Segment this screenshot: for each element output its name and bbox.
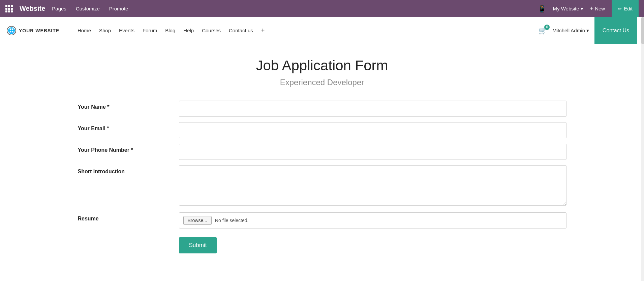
nav-home[interactable]: Home — [78, 28, 91, 33]
scroll-thumb[interactable] — [641, 17, 644, 44]
form-row-name: Your Name * — [78, 101, 566, 117]
browse-button[interactable]: Browse... — [183, 216, 212, 225]
edit-button[interactable]: Edit — [612, 0, 639, 17]
form-title: Job Application Form — [59, 58, 585, 74]
form-row-intro: Short Introduction — [78, 165, 566, 207]
input-email[interactable] — [179, 122, 566, 138]
admin-bar-nav: Pages Customize Promote — [52, 6, 128, 11]
site-nav-right: 🛒 0 Mitchell Admin ▾ Contact Us — [539, 17, 637, 44]
admin-name-dropdown[interactable]: Mitchell Admin ▾ — [552, 28, 589, 34]
form-row-resume: Resume Browse... No file selected. — [78, 212, 566, 229]
label-intro: Short Introduction — [78, 165, 179, 175]
cart-icon[interactable]: 🛒 0 — [539, 27, 547, 35]
nav-courses[interactable]: Courses — [202, 28, 221, 33]
nav-contact-us[interactable]: Contact us — [229, 28, 253, 33]
my-website-label: My Website — [553, 6, 579, 11]
main-content: Job Application Form Experienced Develop… — [53, 44, 592, 274]
logo-text: YOUR WEBSITE — [19, 28, 59, 33]
form-row-email: Your Email * — [78, 122, 566, 138]
input-wrap-phone — [179, 144, 566, 160]
nav-forum[interactable]: Forum — [143, 28, 157, 33]
file-input-wrap: Browse... No file selected. — [179, 212, 566, 229]
label-email: Your Email * — [78, 122, 179, 132]
globe-icon: 🌐 — [7, 26, 16, 35]
chevron-down-icon: ▾ — [581, 6, 583, 12]
nav-shop[interactable]: Shop — [99, 28, 111, 33]
admin-chevron-icon: ▾ — [586, 28, 589, 34]
label-name: Your Name * — [78, 101, 179, 110]
admin-bar-title: Website — [20, 5, 45, 12]
mobile-icon[interactable]: 📱 — [538, 5, 546, 13]
input-name[interactable] — [179, 101, 566, 117]
form-subtitle: Experienced Developer — [59, 78, 585, 87]
grid-icon[interactable] — [5, 5, 13, 12]
admin-nav-promote[interactable]: Promote — [109, 6, 128, 11]
input-wrap-name — [179, 101, 566, 117]
nav-blog[interactable]: Blog — [165, 28, 175, 33]
nav-events[interactable]: Events — [119, 28, 134, 33]
input-phone[interactable] — [179, 144, 566, 160]
input-intro[interactable] — [179, 165, 566, 206]
admin-name-label: Mitchell Admin — [552, 28, 585, 33]
admin-nav-pages[interactable]: Pages — [52, 6, 66, 11]
new-button[interactable]: New — [590, 5, 605, 12]
scrollbar[interactable] — [641, 17, 644, 274]
contact-us-button[interactable]: Contact Us — [594, 17, 637, 44]
site-nav-links: Home Shop Events Forum Blog Help Courses… — [78, 27, 539, 34]
admin-bar-right: 📱 My Website ▾ New Edit — [538, 0, 639, 17]
new-label: New — [595, 6, 605, 11]
site-nav: 🌐 YOUR WEBSITE Home Shop Events Forum Bl… — [0, 17, 644, 44]
label-phone: Your Phone Number * — [78, 144, 179, 153]
input-wrap-intro — [179, 165, 566, 207]
my-website-dropdown[interactable]: My Website ▾ — [553, 6, 583, 12]
form-container: Your Name * Your Email * Your Phone Numb… — [78, 101, 566, 253]
nav-add-icon[interactable]: + — [261, 27, 265, 34]
admin-nav-customize[interactable]: Customize — [76, 6, 100, 11]
admin-bar: Website Pages Customize Promote 📱 My Web… — [0, 0, 644, 17]
input-wrap-email — [179, 122, 566, 138]
input-wrap-resume: Browse... No file selected. — [179, 212, 566, 229]
submit-button[interactable]: Submit — [179, 237, 217, 253]
form-row-phone: Your Phone Number * — [78, 144, 566, 160]
no-file-text: No file selected. — [215, 218, 249, 223]
nav-help[interactable]: Help — [183, 28, 194, 33]
site-logo: 🌐 YOUR WEBSITE — [7, 26, 67, 35]
cart-badge: 0 — [544, 25, 550, 30]
admin-bar-left: Website Pages Customize Promote — [5, 5, 538, 12]
label-resume: Resume — [78, 212, 179, 222]
